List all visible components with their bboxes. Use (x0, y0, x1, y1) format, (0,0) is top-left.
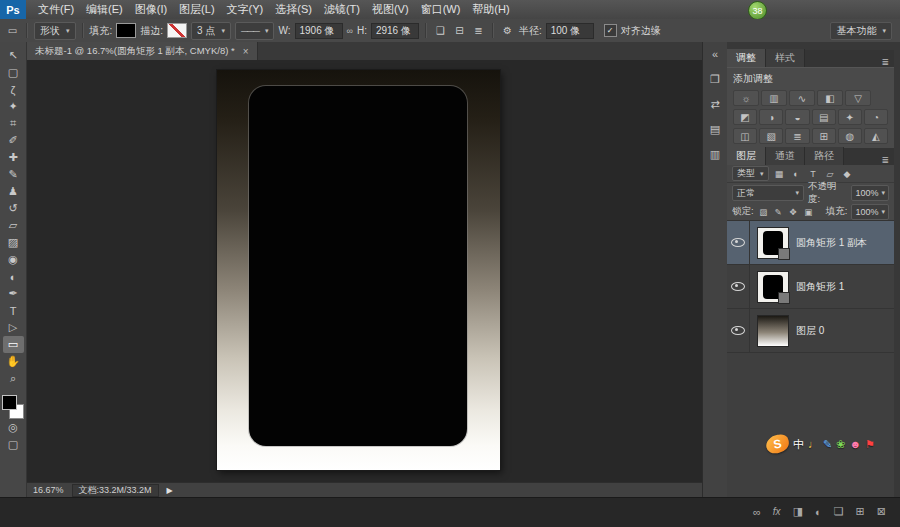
curves-icon[interactable]: ∿ (789, 90, 815, 106)
tab-channels[interactable]: 通道 (766, 147, 805, 165)
path-selection-tool[interactable]: ▷ (3, 319, 24, 336)
move-tool[interactable]: ↖ (3, 47, 24, 64)
invert-icon[interactable]: ◫ (733, 128, 757, 144)
canvas-area[interactable] (27, 60, 702, 483)
pen-tool[interactable]: ✒ (3, 285, 24, 302)
menu-item-help[interactable]: 帮助(H) (466, 0, 515, 19)
eraser-tool[interactable]: ▱ (3, 217, 24, 234)
quick-mask-button[interactable]: ◎ (3, 419, 24, 436)
history-brush-tool[interactable]: ↺ (3, 200, 24, 217)
swap-panel-icon[interactable]: ⇄ (706, 96, 724, 112)
stroke-swatch[interactable] (167, 23, 187, 38)
lasso-tool[interactable]: ζ (3, 81, 24, 98)
document-tab[interactable]: 未标题-1 @ 16.7%(圆角矩形 1 副本, CMYK/8) * × (27, 42, 258, 60)
stroke-style-dropdown[interactable]: ——— ▾ (235, 22, 275, 40)
exposure-icon[interactable]: ◧ (817, 90, 843, 106)
layer-row[interactable]: 图层 0 (727, 309, 894, 353)
eyedropper-tool[interactable]: ✐ (3, 132, 24, 149)
layer-thumbnail[interactable] (758, 228, 788, 258)
levels-icon[interactable]: ▥ (761, 90, 787, 106)
menu-item-image[interactable]: 图像(I) (129, 0, 173, 19)
new-group-icon[interactable]: ❏ (834, 505, 844, 518)
fill-opacity-dropdown[interactable]: 100% ▾ (851, 204, 889, 220)
filter-type-layers-icon[interactable]: T (807, 169, 820, 179)
hue-saturation-icon[interactable]: ◩ (733, 109, 757, 125)
new-adjustment-layer-icon[interactable]: ◐ (815, 506, 822, 518)
new-layer-icon[interactable]: ⊞ (856, 505, 865, 518)
notification-badge[interactable]: 38 (748, 1, 767, 20)
filter-adjustment-layers-icon[interactable]: ◐ (790, 169, 803, 179)
menu-item-select[interactable]: 选择(S) (269, 0, 318, 19)
layer-name[interactable]: 圆角矩形 1 (796, 280, 844, 294)
clone-stamp-tool[interactable]: ♟ (3, 183, 24, 200)
shape-tool[interactable]: ▭ (3, 336, 24, 353)
panel-menu-icon[interactable]: ≣ (881, 57, 889, 67)
tab-layers[interactable]: 图层 (727, 147, 766, 165)
foreground-color-swatch[interactable] (2, 395, 17, 410)
adjustment-misc-icon[interactable]: ◭ (864, 128, 888, 144)
crop-tool[interactable]: ⌗ (3, 115, 24, 132)
menu-item-edit[interactable]: 编辑(E) (80, 0, 129, 19)
lock-all-icon[interactable]: ▣ (803, 207, 814, 217)
lock-pixels-icon[interactable]: ✎ (773, 207, 784, 217)
menu-item-layer[interactable]: 图层(L) (173, 0, 220, 19)
menu-item-view[interactable]: 视图(V) (366, 0, 415, 19)
path-operations-icon[interactable]: ❑ (433, 25, 448, 36)
tool-mode-dropdown[interactable]: 形状 ▾ (34, 22, 76, 40)
layer-filter-dropdown[interactable]: 类型 ▾ (732, 166, 769, 181)
stroke-width-dropdown[interactable]: 3 点 ▾ (191, 22, 231, 40)
menu-item-file[interactable]: 文件(F) (32, 0, 80, 19)
status-options-arrow-icon[interactable]: ▶ (167, 486, 173, 495)
menu-item-window[interactable]: 窗口(W) (415, 0, 467, 19)
lock-transparency-icon[interactable]: ▨ (758, 207, 769, 217)
layer-row[interactable]: 圆角矩形 1 (727, 265, 894, 309)
brightness-contrast-icon[interactable]: ☼ (733, 90, 759, 106)
layer-name[interactable]: 图层 0 (796, 324, 824, 338)
gradient-tool[interactable]: ▨ (3, 234, 24, 251)
add-layer-mask-icon[interactable]: ◨ (793, 505, 803, 518)
rounded-rectangle-shape[interactable] (249, 86, 467, 446)
blend-mode-dropdown[interactable]: 正常 ▾ (732, 185, 804, 201)
document-canvas[interactable] (217, 70, 500, 470)
filter-pixel-layers-icon[interactable]: ▦ (773, 169, 786, 179)
posterize-icon[interactable]: ▧ (759, 128, 783, 144)
brush-tool[interactable]: ✎ (3, 166, 24, 183)
gear-icon[interactable]: ⚙ (500, 25, 515, 36)
info-panel-icon[interactable]: ▥ (706, 146, 724, 162)
tool-preset-icon[interactable]: ▭ (5, 25, 20, 36)
tab-paths[interactable]: 路径 (805, 147, 844, 165)
delete-layer-icon[interactable]: ⊠ (877, 505, 886, 518)
hand-tool[interactable]: ✋ (3, 353, 24, 370)
link-dimensions-icon[interactable]: ∞ (347, 26, 353, 36)
vibrance-icon[interactable]: ▽ (845, 90, 871, 106)
marquee-tool[interactable]: ▢ (3, 64, 24, 81)
filter-shape-layers-icon[interactable]: ▱ (824, 169, 837, 179)
properties-panel-icon[interactable]: ▤ (706, 121, 724, 137)
quick-selection-tool[interactable]: ✦ (3, 98, 24, 115)
zoom-tool[interactable]: ⌕ (3, 370, 24, 387)
fill-swatch[interactable] (116, 23, 136, 38)
gradient-map-icon[interactable]: ⊞ (812, 128, 836, 144)
selective-color-icon[interactable]: ◍ (838, 128, 862, 144)
width-input[interactable]: 1906 像 (295, 23, 343, 39)
color-balance-icon[interactable]: ◑ (759, 109, 783, 125)
type-tool[interactable]: T (3, 302, 24, 319)
layer-visibility-toggle[interactable] (727, 221, 750, 264)
threshold-icon[interactable]: ≣ (785, 128, 809, 144)
history-panel-icon[interactable]: ❐ (706, 71, 724, 87)
layer-thumbnail[interactable] (758, 316, 788, 346)
dodge-tool[interactable]: ◐ (3, 268, 24, 285)
tab-adjustments[interactable]: 调整 (727, 49, 766, 67)
black-white-icon[interactable]: ◒ (785, 109, 809, 125)
link-layers-icon[interactable]: ∞ (753, 506, 761, 518)
layer-thumbnail[interactable] (758, 272, 788, 302)
layer-style-icon[interactable]: fx (773, 506, 781, 517)
panel-menu-icon[interactable]: ≣ (881, 155, 889, 165)
opacity-dropdown[interactable]: 100% ▾ (851, 185, 889, 201)
radius-input[interactable]: 100 像 (546, 23, 594, 39)
photo-filter-icon[interactable]: ▤ (812, 109, 836, 125)
tab-styles[interactable]: 样式 (766, 49, 805, 67)
healing-brush-tool[interactable]: ✚ (3, 149, 24, 166)
menu-item-type[interactable]: 文字(Y) (221, 0, 270, 19)
layer-visibility-toggle[interactable] (727, 309, 750, 352)
